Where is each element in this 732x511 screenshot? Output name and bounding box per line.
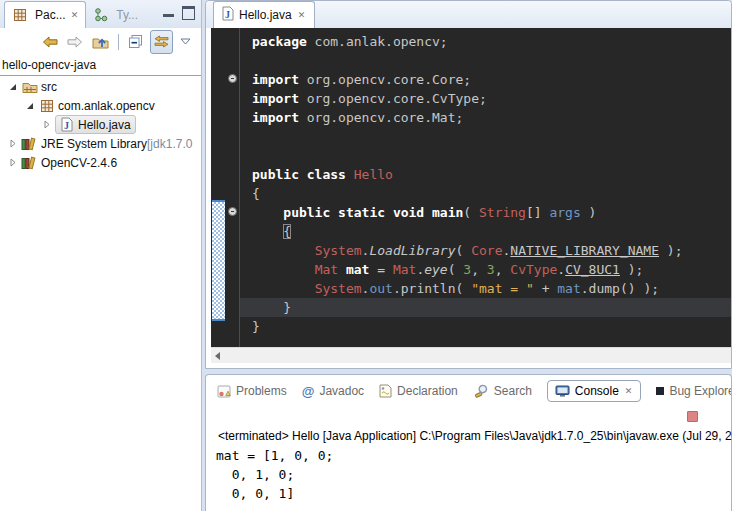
range-indicator (212, 200, 225, 321)
up-button[interactable] (90, 31, 111, 53)
package-explorer-toolbar (0, 28, 201, 55)
tab-label: Console (575, 384, 619, 398)
view-menu-button[interactable] (178, 31, 193, 53)
type-hierarchy-icon (92, 8, 109, 22)
package-explorer-panel: Pac... ✕ Ty... (0, 0, 202, 511)
tab-problems[interactable]: Problems (217, 384, 287, 398)
collapsed-arrow-icon[interactable] (42, 120, 52, 129)
code-line[interactable]: Mat mat = Mat.eye( 3, 3, CvType.CV_8UC1 … (252, 260, 731, 279)
bug-square-icon (656, 387, 664, 395)
java-file-icon: J (222, 6, 234, 24)
tree-item-jre-system-library[interactable]: JRE System Library [jdk1.7.0 (0, 134, 201, 153)
fold-collapse-icon[interactable] (228, 74, 237, 83)
collapse-all-button[interactable] (126, 31, 145, 53)
code-line-current[interactable]: } (240, 298, 731, 317)
svg-text:J: J (225, 9, 230, 20)
tree-item-label: src (41, 80, 57, 94)
tab-label: Pac... (35, 8, 66, 22)
collapsed-arrow-icon[interactable] (8, 139, 18, 148)
tree-item-src[interactable]: src (0, 77, 201, 96)
scroll-left-arrow-icon[interactable] (215, 352, 220, 360)
code-line[interactable]: import org.opencv.core.Core; (252, 70, 731, 89)
maximize-icon[interactable] (182, 6, 195, 20)
code-line[interactable]: import org.opencv.core.CvType; (252, 89, 731, 108)
close-icon[interactable]: ✕ (70, 10, 80, 20)
code-line[interactable] (252, 51, 731, 70)
tab-console[interactable]: Console✕ (547, 380, 642, 402)
link-with-editor-button[interactable] (150, 30, 173, 54)
tab-label: Hello.java (239, 8, 292, 22)
tab-declaration[interactable]: Declaration (379, 384, 458, 398)
tab-package-explorer[interactable]: Pac... ✕ (4, 1, 86, 28)
tree-item-hello-java[interactable]: JHello.java (0, 115, 201, 134)
code-line[interactable]: System.out.println( "mat = " + mat.dump(… (252, 279, 731, 298)
package-explorer-tree: srccom.anlak.opencvJHello.javaJRE System… (0, 76, 201, 172)
package-explorer-icon (11, 8, 28, 22)
editor-horizontal-scrollbar[interactable] (211, 347, 731, 363)
left-panel-tab-row: Pac... ✕ Ty... (0, 0, 201, 28)
tab-hello-java[interactable]: J Hello.java ✕ (213, 1, 315, 28)
editor-tab-row: J Hello.java ✕ (206, 1, 731, 28)
console-icon (555, 385, 570, 398)
fold-collapse-icon[interactable] (228, 207, 237, 216)
javadoc-icon: @ (302, 384, 315, 399)
minimize-icon[interactable] (163, 9, 174, 17)
close-icon[interactable]: ✕ (297, 10, 307, 20)
code-line[interactable]: import org.opencv.core.Mat; (252, 108, 731, 127)
code-line[interactable]: { (252, 184, 731, 203)
code-line[interactable]: public static void main( String[] args ) (252, 203, 731, 222)
console-output-line: 0, 0, 1] (216, 484, 333, 503)
console-output-line: 0, 1, 0; (216, 465, 333, 484)
tree-item-label: JRE System Library (41, 137, 147, 151)
tree-item-label: Hello.java (78, 118, 131, 132)
tab-javadoc[interactable]: @Javadoc (302, 384, 364, 399)
project-root-item[interactable]: hello-opencv-java (0, 55, 201, 76)
search-icon (473, 384, 489, 398)
tree-item-decoration: [jdk1.7.0 (147, 137, 192, 151)
expanded-arrow-icon[interactable] (25, 102, 35, 110)
tab-search[interactable]: Search (473, 384, 532, 398)
tree-item-label: com.anlak.opencv (58, 99, 155, 113)
expanded-arrow-icon[interactable] (8, 83, 18, 91)
console-panel: Problems@JavadocDeclarationSearchConsole… (205, 374, 732, 511)
code-line[interactable] (252, 146, 731, 165)
console-output[interactable]: mat = [1, 0, 0; 0, 1, 0; 0, 0, 1] (216, 446, 333, 503)
folding-ruler[interactable] (227, 28, 239, 347)
selected-item-highlight: JHello.java (55, 115, 136, 134)
bottom-tab-row: Problems@JavadocDeclarationSearchConsole… (206, 375, 731, 407)
tab-type-hierarchy[interactable]: Ty... (86, 2, 144, 28)
code-line[interactable]: System.LoadLibrary( Core.NATIVE_LIBRARY_… (252, 241, 731, 260)
code-text-area[interactable]: package com.anlak.opencv;import org.open… (240, 28, 731, 347)
collapsed-arrow-icon[interactable] (8, 158, 18, 167)
package-folder-icon (21, 80, 38, 93)
terminate-icon[interactable] (687, 411, 698, 422)
svg-text:J: J (64, 120, 69, 131)
tab-label: Search (494, 384, 532, 398)
back-button[interactable] (40, 31, 60, 53)
library-icon (21, 156, 38, 170)
annotation-ruler[interactable] (211, 28, 227, 347)
code-line[interactable]: public class Hello (252, 165, 731, 184)
code-line[interactable] (252, 127, 731, 146)
tree-item-label: OpenCV-2.4.6 (41, 156, 117, 170)
code-editor[interactable]: package com.anlak.opencv;import org.open… (211, 28, 731, 347)
tab-bug-explorer[interactable]: Bug Explorer (656, 384, 731, 398)
package-icon (38, 99, 55, 113)
code-line[interactable]: package com.anlak.opencv; (252, 32, 731, 51)
tab-label: Javadoc (319, 384, 364, 398)
view-window-buttons (163, 6, 195, 20)
forward-button[interactable] (65, 31, 85, 53)
problems-icon (217, 385, 231, 398)
code-line[interactable]: { (252, 222, 731, 241)
tree-item-opencv-2-4-6[interactable]: OpenCV-2.4.6 (0, 153, 201, 172)
editor-pane: J Hello.java ✕ package com.anlak.opencv;… (205, 0, 732, 369)
tree-item-com-anlak-opencv[interactable]: com.anlak.opencv (0, 96, 201, 115)
declaration-icon (379, 384, 392, 398)
code-line[interactable]: } (252, 317, 731, 336)
console-title: <terminated> Hello [Java Application] C:… (218, 429, 732, 443)
tab-label: Declaration (397, 384, 458, 398)
tab-label: Bug Explorer (669, 384, 731, 398)
tab-label: Problems (236, 384, 287, 398)
console-output-line: mat = [1, 0, 0; (216, 446, 333, 465)
close-icon[interactable]: ✕ (624, 386, 634, 396)
